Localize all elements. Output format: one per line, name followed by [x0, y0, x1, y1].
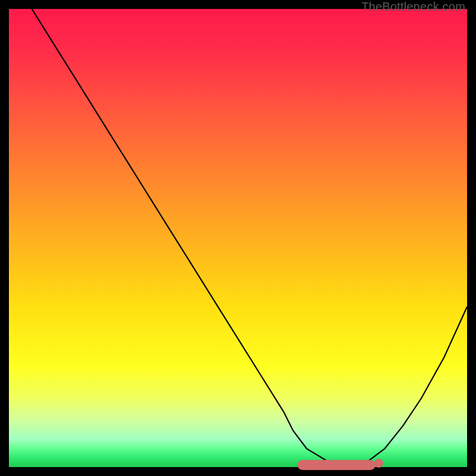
bottleneck-curve — [9, 9, 467, 467]
watermark-text: TheBottleneck.com — [361, 0, 465, 14]
recommended-range-bar — [298, 460, 375, 470]
chart-container: TheBottleneck.com — [0, 0, 476, 476]
